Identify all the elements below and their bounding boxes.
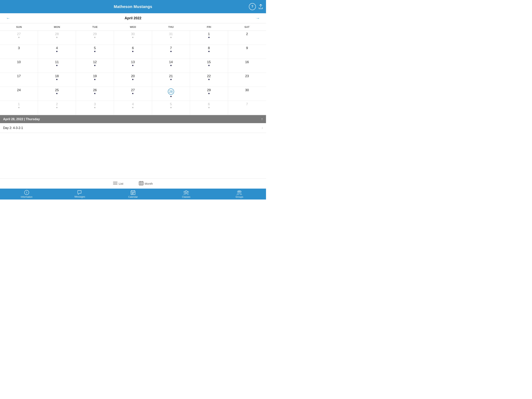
svg-rect-3 — [139, 182, 143, 185]
calendar-day-cell[interactable]: 19 — [76, 73, 114, 87]
selected-date-label: April 28, 2022 | Thursday — [3, 117, 40, 121]
event-dot — [94, 107, 95, 108]
list-label: List — [119, 182, 123, 185]
share-button[interactable] — [259, 4, 263, 9]
list-view-toggle[interactable]: List — [113, 181, 123, 186]
event-dot — [132, 37, 133, 38]
event-dot — [208, 107, 209, 108]
calendar-day-cell[interactable]: 7 — [228, 101, 266, 115]
svg-text:i: i — [26, 191, 27, 194]
day-number: 6 — [132, 46, 134, 50]
calendar-day-cell[interactable]: 31 — [152, 31, 190, 45]
day-number: 18 — [55, 74, 59, 78]
next-month-button[interactable]: → — [253, 14, 263, 22]
classes-icon — [184, 190, 189, 195]
nav-item-calendar[interactable]: Calendar — [106, 190, 159, 198]
calendar-day-cell[interactable]: 24 — [0, 87, 38, 101]
calendar-day-cell[interactable]: 6 — [190, 101, 228, 115]
info-icon: i — [24, 190, 29, 195]
event-label: Day 2: 4-3-2-1 — [3, 126, 23, 130]
calendar-day-cell[interactable]: 30 — [114, 31, 152, 45]
calendar-day-cell[interactable]: 7 — [152, 45, 190, 59]
svg-marker-13 — [78, 191, 81, 194]
calendar-day-cell[interactable]: 20 — [114, 73, 152, 87]
calendar-day-cell[interactable]: 1 — [190, 31, 228, 45]
calendar-day-cell[interactable]: 26 — [76, 87, 114, 101]
share-icon — [259, 4, 263, 9]
calendar-day-cell[interactable]: 14 — [152, 59, 190, 73]
calendar-day-cell[interactable]: 16 — [228, 59, 266, 73]
day-number: 3 — [94, 103, 96, 106]
calendar-day-cell[interactable]: 30 — [228, 87, 266, 101]
nav-item-information[interactable]: i Information — [0, 190, 53, 198]
day-number: 27 — [17, 32, 21, 36]
day-header: MON — [38, 26, 76, 28]
calendar-day-cell[interactable]: 18 — [38, 73, 76, 87]
day-number: 16 — [245, 60, 249, 64]
calendar-day-cell[interactable]: 27 — [0, 31, 38, 45]
calendar-day-cell[interactable]: 4 — [114, 101, 152, 115]
calendar-day-cell[interactable]: 22 — [190, 73, 228, 87]
event-row[interactable]: Day 2: 4-3-2-1› — [0, 123, 266, 133]
calendar-day-cell[interactable]: 3 — [76, 101, 114, 115]
calendar-day-cell[interactable]: 17 — [0, 73, 38, 87]
calendar-day-cell[interactable]: 8 — [190, 45, 228, 59]
calendar-day-cell[interactable]: 28 — [38, 31, 76, 45]
calendar-day-cell[interactable]: 4 — [38, 45, 76, 59]
calendar-day-cell[interactable]: 6 — [114, 45, 152, 59]
event-dot — [94, 79, 95, 80]
calendar-day-cell[interactable]: 5 — [76, 45, 114, 59]
svg-rect-20 — [133, 193, 134, 193]
calendar-day-cell[interactable]: 5 — [152, 101, 190, 115]
calendar-day-cell[interactable]: 29 — [190, 87, 228, 101]
calendar-day-cell[interactable]: 27 — [114, 87, 152, 101]
event-dot — [56, 79, 57, 80]
nav-item-groups[interactable]: Groups — [213, 190, 266, 198]
day-number: 13 — [131, 60, 135, 64]
event-dot — [170, 51, 171, 52]
event-dot — [208, 79, 209, 80]
event-dot — [132, 79, 133, 80]
day-number: 28 — [168, 89, 174, 95]
event-dot — [94, 93, 95, 94]
month-icon — [139, 181, 144, 186]
svg-rect-22 — [133, 193, 133, 194]
nav-item-classes[interactable]: Classes — [160, 190, 213, 198]
calendar-day-cell[interactable]: 1 — [0, 101, 38, 115]
calendar-day-cell[interactable]: 21 — [152, 73, 190, 87]
nav-item-messages[interactable]: Messages — [53, 190, 106, 198]
calendar-day-cell[interactable]: 2 — [38, 101, 76, 115]
chevron-right-icon: › — [262, 126, 263, 130]
calendar-day-cell[interactable]: 25 — [38, 87, 76, 101]
day-number: 3 — [18, 46, 20, 50]
day-header: SUN — [0, 26, 38, 28]
calendar-grid: 2728293031123456789101112131415161718192… — [0, 31, 266, 115]
event-dot — [208, 37, 209, 38]
calendar-day-cell[interactable]: 10 — [0, 59, 38, 73]
app-title: Matheson Mustangs — [114, 5, 152, 9]
calendar-day-cell[interactable]: 9 — [228, 45, 266, 59]
day-number: 31 — [169, 32, 173, 36]
day-header: WED — [114, 26, 152, 28]
event-dot — [56, 93, 57, 94]
calendar-day-cell[interactable]: 28 — [152, 87, 190, 101]
calendar-day-cell[interactable]: 23 — [228, 73, 266, 87]
event-dot — [94, 51, 95, 52]
day-number: 1 — [18, 103, 20, 106]
calendar-day-cell[interactable]: 13 — [114, 59, 152, 73]
month-view-toggle[interactable]: Month — [139, 181, 153, 186]
calendar-day-cell[interactable]: 29 — [76, 31, 114, 45]
calendar-day-cell[interactable]: 12 — [76, 59, 114, 73]
day-number: 28 — [55, 32, 59, 36]
day-number: 11 — [55, 60, 59, 64]
prev-month-button[interactable]: ← — [3, 14, 13, 22]
day-header: SAT — [228, 26, 266, 28]
calendar-day-cell[interactable]: 2 — [228, 31, 266, 45]
collapse-button[interactable]: ↑ — [261, 117, 263, 121]
help-button[interactable]: ? — [249, 3, 256, 10]
calendar-day-cell[interactable]: 11 — [38, 59, 76, 73]
day-number: 17 — [17, 74, 21, 78]
calendar-day-cell[interactable]: 3 — [0, 45, 38, 59]
calendar-day-cell[interactable]: 15 — [190, 59, 228, 73]
day-number: 22 — [207, 74, 211, 78]
